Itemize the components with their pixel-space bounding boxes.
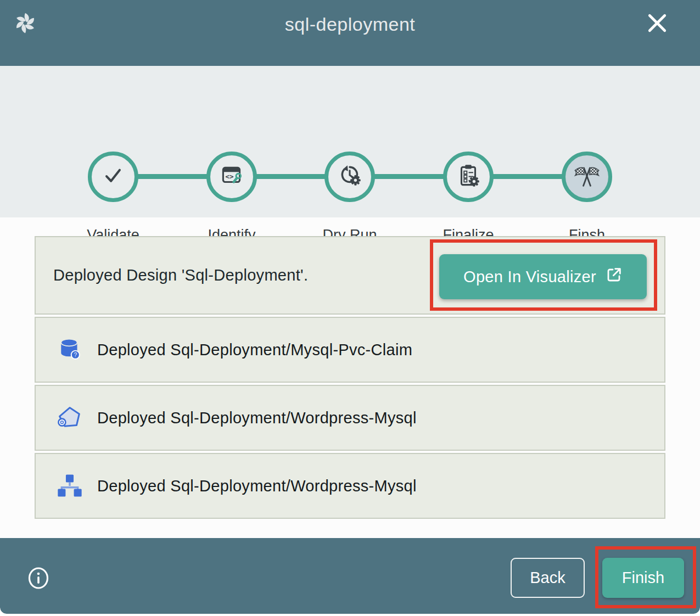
deploy-summary-text: Deployed Design 'Sql-Deployment'. (53, 266, 308, 284)
deployed-item-row: ? Deployed Sql-Deployment/Mysql-Pvc-Clai… (35, 317, 665, 383)
step-finish[interactable] (562, 152, 612, 202)
finish-button[interactable]: Finish (602, 558, 684, 598)
clipboard-gear-icon (455, 162, 482, 192)
info-icon[interactable] (26, 566, 51, 590)
dry-run-icon (336, 162, 363, 192)
step-connector (492, 174, 563, 179)
svg-text:?: ? (74, 352, 77, 358)
back-button[interactable]: Back (511, 558, 585, 598)
modal-footer (0, 538, 700, 614)
step-connector (137, 174, 208, 179)
step-finalize-deployment[interactable] (443, 152, 494, 202)
check-icon (99, 161, 127, 192)
close-icon[interactable] (646, 12, 668, 34)
step-identify-environments[interactable]: <> (206, 152, 257, 202)
deployed-item-text: Deployed Sql-Deployment/Mysql-Pvc-Claim (97, 341, 412, 359)
deployment-wizard-modal: sql-deployment <> (0, 0, 700, 614)
deployed-item-row: Deployed Sql-Deployment/Wordpress-Mysql (35, 385, 665, 451)
database-icon: ? (55, 335, 84, 364)
deployed-item-text: Deployed Sql-Deployment/Wordpress-Mysql (97, 409, 417, 427)
step-validate-design[interactable] (88, 152, 138, 202)
open-in-visualizer-label: Open In Visualizer (463, 268, 596, 286)
modal-title: sql-deployment (0, 0, 700, 48)
deployed-item-text: Deployed Sql-Deployment/Wordpress-Mysql (97, 477, 417, 495)
finish-flags-icon (573, 161, 601, 192)
modal-header: sql-deployment (0, 0, 700, 66)
wizard-stepper: <> (0, 66, 700, 217)
svg-text:<>: <> (226, 172, 234, 181)
external-link-icon (605, 266, 623, 288)
sitemap-icon (55, 472, 84, 500)
open-in-visualizer-button[interactable]: Open In Visualizer (439, 254, 647, 299)
pentagon-icon (55, 404, 84, 432)
step-connector (374, 174, 444, 179)
step-connector (256, 174, 326, 179)
step-dry-run[interactable] (324, 152, 375, 202)
code-config-icon: <> (218, 162, 245, 192)
deployed-item-row: Deployed Sql-Deployment/Wordpress-Mysql (35, 453, 665, 519)
